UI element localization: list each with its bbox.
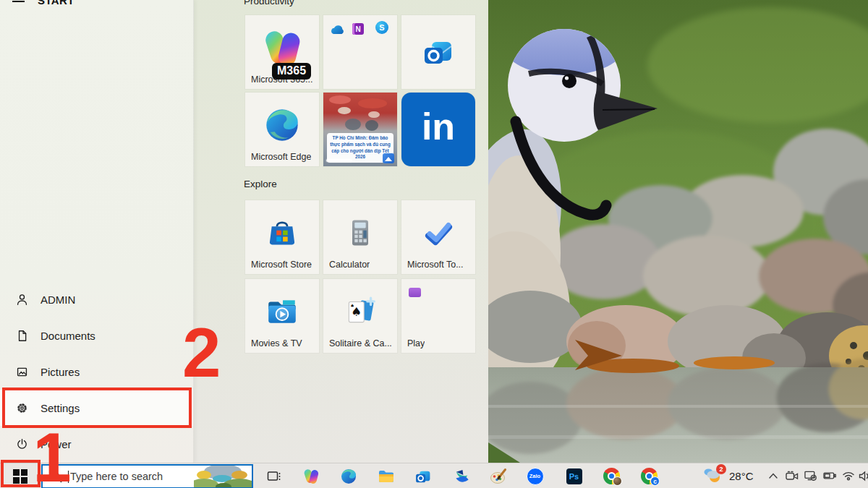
tile-calculator[interactable]: Calculator [323, 200, 397, 274]
tile-label: Play [407, 338, 425, 348]
weather-widget[interactable]: 2 [702, 466, 723, 485]
nav-item-admin[interactable]: ADMIN [0, 281, 193, 317]
annotation-step-2: 2 [182, 318, 221, 388]
search-placeholder: Type here to search [70, 471, 163, 482]
nav-item-power[interactable]: Power [0, 426, 193, 462]
tile-label: Calculator [329, 260, 370, 270]
todo-check-icon [422, 216, 455, 249]
edge-icon [340, 468, 357, 485]
tray-display-connect-button[interactable] [804, 470, 817, 481]
chrome-icon [603, 468, 620, 484]
photoshop-icon: Ps [566, 468, 582, 484]
onenote-icon: N [352, 23, 364, 35]
start-menu-nav: ADMIN Documents Pictures [0, 281, 193, 462]
onedrive-icon [329, 25, 345, 35]
m365-tooltip-badge: M365 [272, 63, 311, 80]
outlook-taskbar-button[interactable] [414, 467, 432, 485]
nav-label: Documents [41, 330, 95, 342]
chrome-profile-avatar [613, 476, 622, 486]
tray-chevron-button[interactable] [767, 470, 780, 481]
linkedin-icon: in [422, 108, 455, 145]
task-view-button[interactable] [265, 467, 283, 485]
chevron-up-icon [768, 472, 778, 479]
hamburger-menu-icon[interactable] [12, 0, 25, 4]
tile-solitaire[interactable]: ♠ ♠ Solitaire & Ca... [323, 279, 397, 353]
news-photo-icon [383, 153, 394, 163]
user-icon [15, 293, 29, 307]
tile-news[interactable]: TP Hồ Chí Minh: Đảm bảo thực phẩm sạch v… [323, 93, 397, 166]
nav-label: Pictures [41, 366, 80, 378]
taskbar: Type here to search [0, 463, 868, 488]
section-label-productivity: Productivity [244, 0, 294, 7]
skype-icon: S [375, 21, 388, 34]
display-connect-icon [804, 470, 817, 481]
meet-now-camera-icon [786, 471, 799, 481]
search-highlight-illustration[interactable] [194, 466, 252, 487]
tile-label: Microsoft To... [407, 260, 464, 270]
nav-item-documents[interactable]: Documents [0, 317, 193, 354]
annotation-step-1: 1 [30, 423, 74, 488]
tray-wifi-button[interactable] [842, 470, 855, 481]
copilot-icon [302, 468, 320, 485]
pictures-icon [15, 365, 29, 379]
solitaire-icon: ♠ ♠ [343, 295, 378, 328]
play-app-icon [409, 288, 421, 297]
task-view-icon [267, 470, 281, 483]
copilot-taskbar-button[interactable] [302, 467, 320, 485]
chrome-profile2-button[interactable]: c [640, 467, 658, 485]
tile-label: Microsoft Store [251, 260, 312, 270]
nav-item-pictures[interactable]: Pictures [0, 354, 193, 390]
edge-icon [263, 106, 301, 144]
tile-play[interactable]: Play [401, 279, 475, 353]
nav-label: ADMIN [41, 294, 75, 306]
file-explorer-icon [378, 468, 395, 484]
paint-icon [490, 468, 507, 484]
desktop-wallpaper-bluejay [488, 0, 868, 463]
edge-taskbar-button[interactable] [339, 467, 357, 485]
chrome-profile-badge: c [650, 476, 660, 486]
tile-microsoft-edge[interactable]: Microsoft Edge [245, 93, 319, 166]
outlook-icon [414, 468, 432, 485]
battery-icon [823, 471, 836, 480]
tile-label: Solitaire & Ca... [329, 338, 392, 348]
outlook-icon [422, 35, 455, 69]
tile-outlook[interactable] [401, 15, 475, 89]
section-label-explore: Explore [244, 179, 277, 189]
tile-label: Microsoft Edge [251, 152, 311, 162]
zalo-taskbar-button[interactable]: Zalo [526, 467, 544, 485]
weather-temperature: 28°C [729, 470, 754, 482]
photoshop-taskbar-button[interactable]: Ps [565, 467, 583, 485]
document-icon [15, 329, 29, 343]
tray-battery-button[interactable] [823, 470, 836, 481]
tile-microsoft-365[interactable]: M365 Microsoft 365... [245, 15, 319, 89]
start-menu-title: START [38, 0, 75, 7]
tile-linkedin[interactable]: in [401, 93, 475, 166]
screen: START ADMIN Documents [0, 0, 868, 488]
weather-alert-badge: 2 [716, 464, 726, 474]
annotation-box-settings [2, 388, 192, 428]
power-icon [15, 437, 29, 451]
microsoft-store-icon [266, 217, 298, 249]
paint-taskbar-button[interactable] [489, 467, 507, 485]
calculator-icon [344, 217, 376, 249]
tile-office-apps-group[interactable]: N S [323, 15, 397, 89]
tile-microsoft-store[interactable]: Microsoft Store [245, 200, 319, 274]
movies-tv-icon [265, 296, 299, 328]
chrome-profile1-button[interactable] [603, 467, 621, 485]
svg-text:♠: ♠ [350, 303, 354, 308]
file-explorer-button[interactable] [377, 467, 395, 485]
blue-swoosh-app-button[interactable] [453, 467, 471, 485]
wifi-icon [842, 471, 855, 481]
volume-icon [859, 471, 868, 481]
tile-microsoft-todo[interactable]: Microsoft To... [401, 200, 475, 274]
chrome-icon: c [641, 468, 658, 484]
zalo-icon: Zalo [527, 468, 544, 485]
blue-swoosh-app-icon [454, 468, 470, 484]
tray-meet-now-button[interactable] [786, 470, 799, 481]
tile-label: Movies & TV [251, 338, 302, 348]
news-watermark [326, 159, 352, 162]
tile-movies-tv[interactable]: Movies & TV [245, 279, 319, 353]
tray-volume-button[interactable] [859, 470, 868, 481]
